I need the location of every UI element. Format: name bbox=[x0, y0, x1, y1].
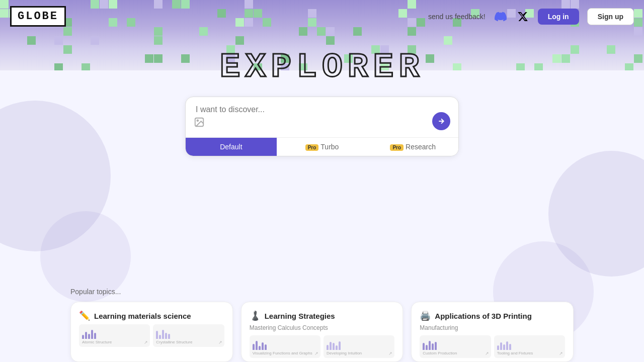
popular-label: Popular topics... bbox=[70, 288, 574, 296]
topic-card-3dprinting[interactable]: 🖨️ Applications of 3D Printing Manufactu… bbox=[411, 302, 574, 362]
popular-section: Popular topics... ✏️ Learning materials … bbox=[0, 288, 644, 362]
svg-point-1 bbox=[197, 120, 198, 121]
topic-previews: Atomic Structure ↗ Crystalline Structure bbox=[79, 324, 224, 347]
tab-turbo[interactable]: ProTurbo bbox=[277, 138, 368, 156]
preview-intuition: Developing Intuition ↗ bbox=[324, 335, 394, 358]
preview-text-custom: Custom Production bbox=[423, 351, 488, 356]
login-button[interactable]: Log in bbox=[538, 9, 579, 25]
preview-text-functions: Visualizing Functions and Graphs bbox=[253, 351, 317, 356]
logo: GLOBE bbox=[10, 6, 66, 27]
preview-text-atomic: Atomic Structure bbox=[82, 340, 147, 345]
feedback-link[interactable]: send us feedback! bbox=[428, 13, 486, 21]
topic-subtitle-3dprinting: Manufacturing bbox=[420, 324, 565, 331]
topic-previews-2: Visualizing Functions and Graphs ↗ Devel… bbox=[250, 335, 395, 358]
twitter-icon[interactable] bbox=[516, 10, 530, 24]
topic-card-header-3: 🖨️ Applications of 3D Printing bbox=[420, 310, 565, 321]
tab-research[interactable]: ProResearch bbox=[367, 138, 458, 156]
topic-icon-strategies: ♟️ bbox=[250, 310, 261, 321]
preview-functions: Visualizing Functions and Graphs ↗ bbox=[250, 335, 320, 358]
image-upload-icon[interactable] bbox=[194, 117, 205, 130]
preview-crystalline: Crystalline Structure ↗ bbox=[153, 324, 224, 347]
topic-title-3dprinting: Applications of 3D Printing bbox=[435, 312, 532, 320]
topic-subtitle-strategies: Mastering Calculus Concepts bbox=[250, 324, 395, 331]
preview-external-icon: ↗ bbox=[144, 340, 148, 345]
topic-title-strategies: Learning Strategies bbox=[265, 312, 335, 320]
search-box: Default ProTurbo ProResearch bbox=[185, 97, 459, 156]
search-tabs: Default ProTurbo ProResearch bbox=[186, 137, 458, 156]
topic-card-materials[interactable]: ✏️ Learning materials science Atomic Str… bbox=[70, 302, 233, 362]
preview-external-icon-2: ↗ bbox=[218, 340, 222, 345]
preview-external-icon-5: ↗ bbox=[485, 351, 489, 356]
search-input[interactable] bbox=[196, 105, 448, 114]
preview-external-icon-3: ↗ bbox=[314, 351, 318, 356]
preview-external-icon-6: ↗ bbox=[559, 351, 563, 356]
header-right: send us feedback! Log in Sign up bbox=[428, 8, 634, 25]
preview-custom: Custom Production ↗ bbox=[420, 335, 491, 358]
search-input-area bbox=[186, 97, 458, 137]
search-submit-button[interactable] bbox=[432, 112, 450, 130]
preview-external-icon-4: ↗ bbox=[388, 351, 392, 356]
hero-section: EXPLORER bbox=[0, 48, 644, 156]
topic-icon-3dprinting: 🖨️ bbox=[420, 310, 431, 321]
tab-default[interactable]: Default bbox=[186, 138, 277, 156]
topic-card-header-2: ♟️ Learning Strategies bbox=[250, 310, 395, 321]
signup-button[interactable]: Sign up bbox=[587, 8, 634, 25]
topic-icon-materials: ✏️ bbox=[79, 310, 90, 321]
topic-title-materials: Learning materials science bbox=[94, 312, 191, 320]
pro-badge-research: Pro bbox=[390, 144, 404, 151]
preview-text-tooling: Tooling and Fixtures bbox=[497, 351, 562, 356]
preview-text-crystalline: Crystalline Structure bbox=[156, 340, 221, 345]
topic-previews-3: Custom Production ↗ Tooling and Fixtures bbox=[420, 335, 565, 358]
topic-card-header: ✏️ Learning materials science bbox=[79, 310, 224, 321]
preview-tooling: Tooling and Fixtures ↗ bbox=[494, 335, 565, 358]
pro-badge-turbo: Pro bbox=[305, 144, 319, 151]
explorer-title: EXPLORER bbox=[220, 48, 424, 86]
topic-card-strategies[interactable]: ♟️ Learning Strategies Mastering Calculu… bbox=[241, 302, 404, 362]
discord-icon[interactable] bbox=[494, 10, 508, 24]
topic-cards: ✏️ Learning materials science Atomic Str… bbox=[70, 302, 574, 362]
search-container: Default ProTurbo ProResearch bbox=[185, 97, 459, 156]
header: GLOBE send us feedback! Log in Sign up bbox=[0, 0, 644, 33]
preview-text-intuition: Developing Intuition bbox=[327, 351, 391, 356]
preview-atomic: Atomic Structure ↗ bbox=[79, 324, 150, 347]
